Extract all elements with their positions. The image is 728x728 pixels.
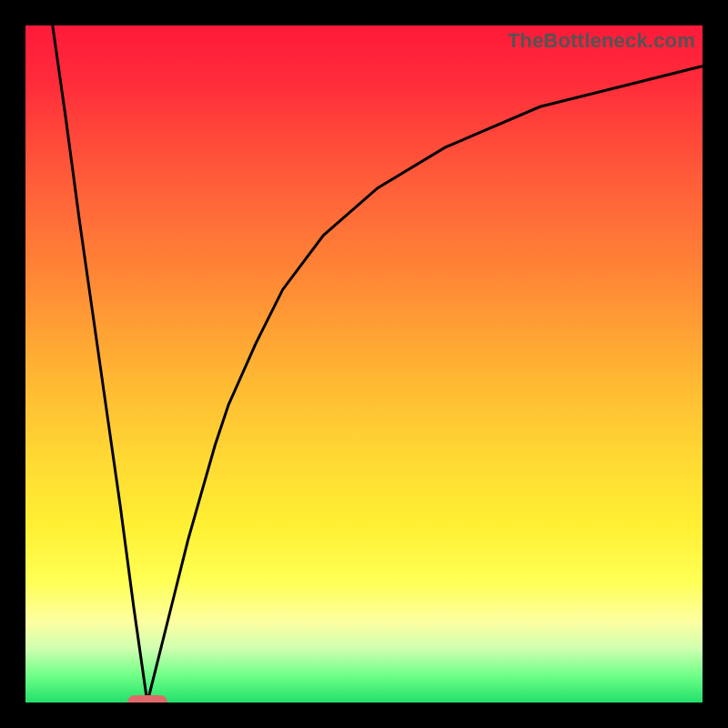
plot-area: TheBottleneck.com <box>25 25 703 703</box>
chart-frame: TheBottleneck.com <box>0 0 728 728</box>
curve-path <box>53 25 703 703</box>
bottleneck-curve <box>25 25 703 703</box>
watermark-text: TheBottleneck.com <box>508 29 695 53</box>
optimum-marker <box>127 695 167 703</box>
